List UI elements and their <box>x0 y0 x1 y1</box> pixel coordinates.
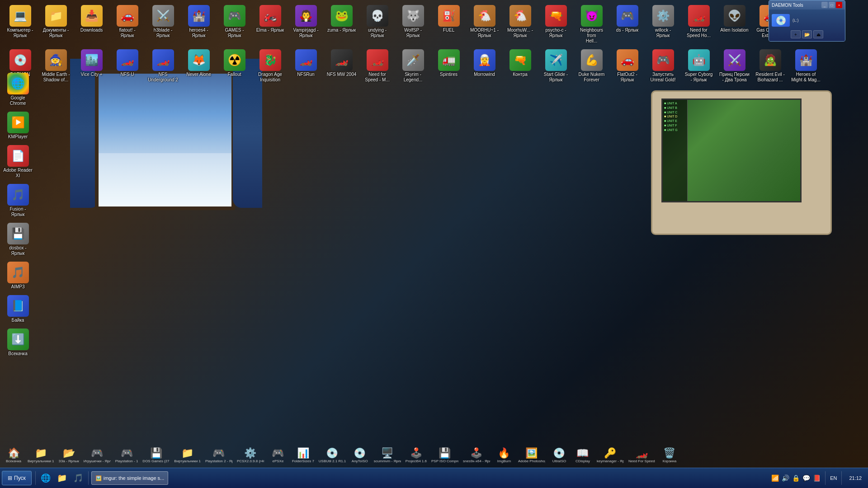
icon-nfs-u[interactable]: 🏎️ NFS U <box>110 47 144 90</box>
icon-google-chrome[interactable]: 🌐 Google Chrome <box>1 71 35 108</box>
icon-princ-persii[interactable]: ⚔️ Принц Персии- Два Трона <box>717 47 751 90</box>
tray-chat-icon[interactable]: 💬 <box>802 474 810 482</box>
tb-igryshki[interactable]: 🎮 Игрушечки - Ярлык <box>82 446 113 464</box>
icon-start-glide[interactable]: ✈️ Start Glide -Ярлык <box>539 47 573 90</box>
tray-network-icon[interactable]: 📶 <box>771 474 779 482</box>
tray-sound-icon[interactable]: 🔊 <box>782 474 789 482</box>
icon-heroes4[interactable]: 🏰 heroes4 -Ярлык <box>182 3 216 46</box>
icon-nfs-underground2[interactable]: 🏎️ NFSUnderground 2 <box>146 47 180 90</box>
tb-psp-iso[interactable]: 💾 PSP ISO Compres... <box>429 446 460 464</box>
icon-vice-city[interactable]: 🏙️ Vice City + <box>75 47 108 90</box>
daemon-btn-2[interactable]: 📂 <box>802 30 812 38</box>
icon-downloads[interactable]: 📥 Downloads <box>75 3 108 46</box>
tb-ultraiso[interactable]: 💿 UltraISO <box>548 446 571 464</box>
tb-foldersizes7[interactable]: 📊 FolderSizes 7 <box>290 446 316 464</box>
tb-vsekachka[interactable]: 🏠 Всекачка <box>2 446 25 464</box>
icon-img-nfsrun: 🏎️ <box>295 49 317 71</box>
icon-super-cyborg[interactable]: 🤖 Super Cyborg- Ярлык <box>682 47 716 90</box>
tb-pcsx2[interactable]: ⚙️ PCSX2.0.9.8 (r4600) <box>235 446 266 464</box>
icon-img-vsekacha: ⬇️ <box>7 328 29 350</box>
daemon-btn-3[interactable]: ⏏ <box>813 30 823 38</box>
icon-h3blade[interactable]: ⚔️ h3blade -Ярлык <box>146 3 180 46</box>
icon-spintires[interactable]: 🚛 Spintires <box>432 47 466 90</box>
icon-ds[interactable]: 🎮 ds - Ярлык <box>610 3 644 46</box>
icon-resident-evil[interactable]: 🧟 Resident Evil -Biohazard ... <box>753 47 787 90</box>
icon-wolfsp[interactable]: 🐺 WolfSP -Ярлык <box>396 3 430 46</box>
tb-recycle[interactable]: 🗑️ Корзина <box>658 446 681 464</box>
icon-fusion[interactable]: 🎵 Fusion -Ярлык <box>1 182 35 219</box>
tb-photoshop[interactable]: 🖼️ Adobe Photoshop ... <box>516 446 547 464</box>
icon-img-adobe: 📄 <box>7 145 29 167</box>
taskbar-ie-icon[interactable]: 🌐 <box>38 471 53 485</box>
icon-flatout2[interactable]: 🚗 FlatOut2 -Ярлык <box>610 47 644 90</box>
icon-need-for-speed[interactable]: 🏎️ Need forSpeed - M... <box>360 47 394 90</box>
icon-duke-nukem[interactable]: 💪 Duke NukemForever <box>575 47 609 90</box>
daemon-maximize-btn[interactable]: □ <box>829 2 835 8</box>
daemon-tools-window[interactable]: DAEMON Tools _ □ × 💿 (L:) + 📂 ⏏ <box>769 0 845 42</box>
tray-language[interactable]: EN <box>830 475 837 481</box>
daemon-controls[interactable]: _ □ × <box>821 2 842 8</box>
icon-morrowind[interactable]: 🧝 Morrowind <box>467 47 501 90</box>
icon-heroes-mm[interactable]: 🏰 Heroes ofMight & Mag... <box>789 47 823 90</box>
daemon-close-btn[interactable]: × <box>836 2 842 8</box>
icon-adobe-reader[interactable]: 📄 Adobe ReaderXI <box>1 143 35 180</box>
icon-need-for-speed-ho[interactable]: 🏎️ Need forSpeed Ho... <box>682 3 716 46</box>
icon-skyrim[interactable]: 🗡️ Skyrim -Legend... <box>396 47 430 90</box>
icon-aimp3[interactable]: 🎵 AIMP3 <box>1 260 35 291</box>
tb-anytoiso[interactable]: 💿 AnyToISO <box>349 446 371 464</box>
icon-nfsrun[interactable]: 🏎️ NFSRun <box>289 47 323 90</box>
taskbar-tray: 📶 🔊 🔒 💬 📕 EN 21:12 <box>768 471 868 485</box>
icon-undying[interactable]: 💀 undying -Ярлык <box>360 3 394 46</box>
icon-kontra[interactable]: 🔫 Контра <box>503 47 537 90</box>
tb-usbutil[interactable]: 💿 USBUtil 2.1 R1.1rus... <box>317 446 348 464</box>
tb-cdisplay[interactable]: 📖 CDisplay <box>571 446 594 464</box>
icon-documents[interactable]: 📁 Документы -Ярлык <box>39 3 73 46</box>
tb-dos-games[interactable]: 💾 DOS Games (2792 Games) <box>141 446 171 464</box>
icon-middle-earth[interactable]: 🧙 Middle Earth -Shadow of... <box>39 47 73 90</box>
icon-vsekacha[interactable]: ⬇️ Всекачка <box>1 327 35 358</box>
tb-3d3a[interactable]: 📂 ЗЗа - Ярлык <box>57 446 81 464</box>
tb-nfs-speed[interactable]: 🏎️ Need For Speed ... <box>627 446 657 464</box>
icon-dosbox[interactable]: 💾 dosbox -Ярлык <box>1 221 35 258</box>
tb-playstation2[interactable]: 🎮 Playstation 2 - Ярлык <box>203 446 234 464</box>
icon-my-computer[interactable]: 💻 Компьютер -Ярлык <box>3 3 37 46</box>
icon-psycho-c[interactable]: 🔫 psycho-c -Ярлык <box>539 3 573 46</box>
icon-never-alone[interactable]: 🦊 Never Alone <box>182 47 216 90</box>
taskbar-media-icon[interactable]: 🎵 <box>71 471 85 485</box>
icon-img-nfs-ho: 🏎️ <box>688 5 710 27</box>
icon-baika[interactable]: 📘 Байка <box>1 293 35 325</box>
icon-kmplayer[interactable]: ▶️ KMPlayer <box>1 110 35 141</box>
daemon-toolbar[interactable]: + 📂 ⏏ <box>772 30 842 38</box>
tb-epsxe[interactable]: 🎮 ePSXe <box>267 446 289 464</box>
icon-alien-isolation[interactable]: 👽 Alien Isolation <box>717 3 751 46</box>
tb-virtual1[interactable]: 📁 Виртуальники 1 <box>26 446 56 464</box>
tray-security-icon[interactable]: 🔒 <box>792 474 800 482</box>
icon-fallout[interactable]: ☢️ Fallout <box>217 47 251 90</box>
tb-imgburn[interactable]: 🔥 ImgBurn <box>493 446 515 464</box>
icon-vampirjagd[interactable]: 🧛 Vampirjagd -Ярлык <box>289 3 323 46</box>
icon-willock[interactable]: ⚙️ willock -Ярлык <box>646 3 680 46</box>
icon-elma[interactable]: 🏍️ Elma - Ярлык <box>253 3 287 46</box>
daemon-minimize-btn[interactable]: _ <box>821 2 828 8</box>
icon-dragon-age[interactable]: 🐉 Dragon AgeInquisition <box>253 47 287 90</box>
icon-zapustit[interactable]: 🎮 ЗапуститьUnreal Gold! <box>646 47 680 90</box>
tb-keymanager[interactable]: 🔑 keymanager - Ярлык <box>595 446 626 464</box>
daemon-btn-1[interactable]: + <box>791 30 801 38</box>
icon-img-undying: 💀 <box>367 5 388 27</box>
icon-nfs-mw2004[interactable]: 🏎️ NFS MW 2004 <box>325 47 359 90</box>
tb-snes9x[interactable]: 🕹️ snes9x-x64 - Ярлык <box>461 446 492 464</box>
icon-zuma[interactable]: 🐸 zuma - Ярлык <box>325 3 359 46</box>
icon-moorhu1[interactable]: 🐔 MOORHU~1 -Ярлык <box>467 3 501 46</box>
icon-moorhuw[interactable]: 🐔 MoorhuW... -Ярлык <box>503 3 537 46</box>
icon-games[interactable]: 🎮 GAMES -Ярлык <box>217 3 251 46</box>
start-button[interactable]: ⊞ Пуск <box>2 471 32 485</box>
tb-virtual2[interactable]: 📁 Виртуальники 1 <box>172 446 203 464</box>
tb-playstation1[interactable]: 🎮 Playstation - 1 <box>113 446 140 464</box>
icon-flatout[interactable]: 🚗 flatout! -Ярлык <box>110 3 144 46</box>
icon-neighbours[interactable]: 😈 Neighbours fromHell... <box>575 3 609 46</box>
icon-fuel[interactable]: ⛽ FUEL <box>432 3 466 46</box>
taskbar-explorer-icon[interactable]: 📁 <box>55 471 69 485</box>
tb-project64[interactable]: 🕹️ Project64 1.6 <box>404 446 429 464</box>
taskbar-imgur-item[interactable]: 🖼️ imgur: the simple image s... <box>91 471 169 485</box>
tb-scummvm[interactable]: 🖥️ scummvm - Ярлык <box>372 446 403 464</box>
